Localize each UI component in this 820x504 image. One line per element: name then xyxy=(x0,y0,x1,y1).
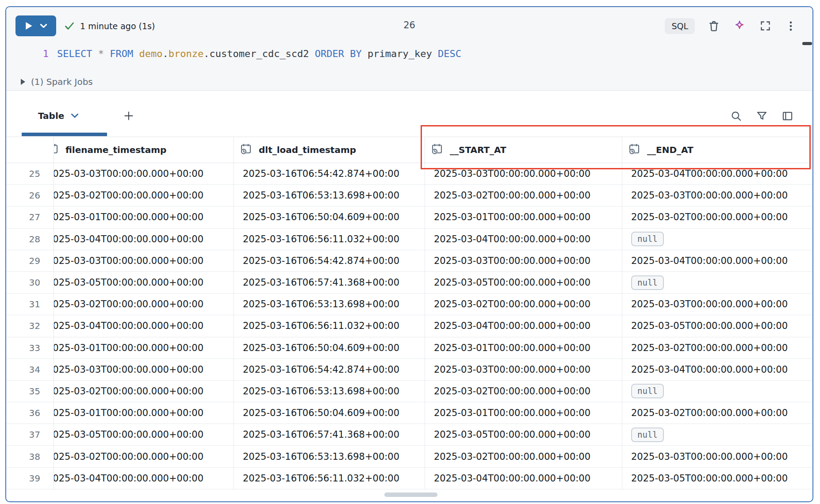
cell-end-at: 2025-03-04T00:00:00.000+00:00 xyxy=(622,163,812,184)
clipped-timestamp-value: 2025-03-04T00:00:00.000+00:00 xyxy=(54,234,203,244)
row-number: 33 xyxy=(6,337,54,359)
sql-token: demo xyxy=(139,48,162,59)
assistant-sparkle-icon[interactable] xyxy=(733,19,746,33)
spark-jobs-toggle[interactable]: (1) Spark Jobs xyxy=(21,73,93,90)
table-row: 352025-03-02T00:00:00.000+00:002025-03-1… xyxy=(6,381,812,402)
collapsed-triangle-icon xyxy=(21,79,25,85)
row-number: 38 xyxy=(6,446,54,467)
table-row: 302025-03-05T00:00:00.000+00:002025-03-1… xyxy=(6,272,812,294)
cell-start-at: 2025-03-04T00:00:00.000+00:00 xyxy=(425,468,622,489)
clipped-timestamp-value: 2025-03-01T00:00:00.000+00:00 xyxy=(54,212,203,222)
cell-end-at: 2025-03-05T00:00:00.000+00:00 xyxy=(622,468,812,489)
cell-filename-timestamp: 2025-03-04T00:00:00.000+00:00 xyxy=(54,229,234,250)
cell-end-at: null xyxy=(622,229,812,250)
cell-filename-timestamp: 2025-03-05T00:00:00.000+00:00 xyxy=(54,272,234,293)
row-number: 30 xyxy=(6,272,54,293)
table-header-row: filename_timestamp dlt_load_timestamp xyxy=(6,137,812,163)
cell-start-at: 2025-03-02T00:00:00.000+00:00 xyxy=(425,185,622,206)
row-number: 25 xyxy=(6,163,54,184)
cell-start-at: 2025-03-05T00:00:00.000+00:00 xyxy=(425,272,622,293)
table-row: 322025-03-04T00:00:00.000+00:002025-03-1… xyxy=(6,315,812,337)
row-number: 29 xyxy=(6,250,54,271)
cell-end-at: 2025-03-04T00:00:00.000+00:00 xyxy=(622,250,812,271)
cell-start-at: 2025-03-02T00:00:00.000+00:00 xyxy=(425,446,622,467)
column-header-label: filename_timestamp xyxy=(65,145,166,155)
filter-icon[interactable] xyxy=(755,109,768,122)
cell-dlt-load-timestamp: 2025-03-16T06:54:42.874+00:00 xyxy=(234,250,425,271)
row-number: 31 xyxy=(6,294,54,315)
kebab-menu-icon[interactable] xyxy=(784,19,797,33)
column-header-start-at[interactable]: __START_AT xyxy=(425,137,622,163)
clipped-timestamp-value: 2025-03-02T00:00:00.000+00:00 xyxy=(54,451,203,462)
column-header-filename-timestamp[interactable]: filename_timestamp xyxy=(54,137,234,163)
trash-icon[interactable] xyxy=(707,19,720,33)
clipped-timestamp-value: 2025-03-05T00:00:00.000+00:00 xyxy=(54,429,203,440)
sql-token xyxy=(133,48,139,59)
row-number: 28 xyxy=(6,229,54,250)
cell-filename-timestamp: 2025-03-01T00:00:00.000+00:00 xyxy=(54,402,234,424)
cell-start-at: 2025-03-04T00:00:00.000+00:00 xyxy=(425,315,622,336)
editor-scrollbar-thumb[interactable] xyxy=(802,42,812,45)
table-body: 252025-03-03T00:00:00.000+00:002025-03-1… xyxy=(6,163,812,489)
sql-token xyxy=(92,48,98,59)
null-badge: null xyxy=(631,384,664,398)
cell-start-at: 2025-03-01T00:00:00.000+00:00 xyxy=(425,337,622,359)
cell-end-at: 2025-03-02T00:00:00.000+00:00 xyxy=(622,402,812,424)
results-grid: filename_timestamp dlt_load_timestamp xyxy=(6,137,812,489)
cell-start-at: 2025-03-03T00:00:00.000+00:00 xyxy=(425,359,622,380)
cell-dlt-load-timestamp: 2025-03-16T06:53:13.698+00:00 xyxy=(234,381,425,402)
null-badge: null xyxy=(631,275,664,290)
row-number: 36 xyxy=(6,402,54,424)
calendar-clock-icon xyxy=(628,142,641,158)
cell-start-at: 2025-03-01T00:00:00.000+00:00 xyxy=(425,206,622,228)
null-badge: null xyxy=(631,232,664,246)
cell-end-at: 2025-03-02T00:00:00.000+00:00 xyxy=(622,337,812,359)
cell-filename-timestamp: 2025-03-03T00:00:00.000+00:00 xyxy=(54,359,234,380)
cell-dlt-load-timestamp: 2025-03-16T06:56:11.032+00:00 xyxy=(234,468,425,489)
fullscreen-icon[interactable] xyxy=(759,19,772,33)
table-row: 272025-03-01T00:00:00.000+00:002025-03-1… xyxy=(6,206,812,228)
cell-filename-timestamp: 2025-03-05T00:00:00.000+00:00 xyxy=(54,424,234,445)
cell-filename-timestamp: 2025-03-01T00:00:00.000+00:00 xyxy=(54,337,234,359)
table-row: 292025-03-03T00:00:00.000+00:002025-03-1… xyxy=(6,250,812,272)
sql-editor-line[interactable]: 1 SELECT * FROM demo.bronze.customer_cdc… xyxy=(6,46,812,61)
add-visualization-button[interactable] xyxy=(123,108,134,124)
language-badge[interactable]: SQL xyxy=(665,18,695,34)
row-number: 27 xyxy=(6,206,54,228)
notebook-cell: 1 minute ago (1s) 26 SQL xyxy=(5,6,813,502)
cell-dlt-load-timestamp: 2025-03-16T06:57:41.368+00:00 xyxy=(234,424,425,445)
calendar-clock-icon xyxy=(430,142,444,158)
cell-dlt-load-timestamp: 2025-03-16T06:54:42.874+00:00 xyxy=(234,163,425,184)
row-number: 26 xyxy=(6,185,54,206)
column-header-end-at[interactable]: __END_AT xyxy=(622,137,812,163)
cell-dlt-load-timestamp: 2025-03-16T06:50:04.609+00:00 xyxy=(234,337,425,359)
result-actions xyxy=(729,108,794,124)
cell-filename-timestamp: 2025-03-04T00:00:00.000+00:00 xyxy=(54,468,234,489)
clipped-timestamp-value: 2025-03-02T00:00:00.000+00:00 xyxy=(54,386,203,397)
cell-start-at: 2025-03-01T00:00:00.000+00:00 xyxy=(425,402,622,424)
spark-jobs-label: (1) Spark Jobs xyxy=(31,76,93,87)
cell-end-at: 2025-03-03T00:00:00.000+00:00 xyxy=(622,294,812,315)
search-icon[interactable] xyxy=(729,109,743,122)
column-header-dlt-load-timestamp[interactable]: dlt_load_timestamp xyxy=(234,137,425,163)
cell-start-at: 2025-03-03T00:00:00.000+00:00 xyxy=(425,163,622,184)
sql-token: ORDER xyxy=(315,48,344,59)
cell-end-at: 2025-03-02T00:00:00.000+00:00 xyxy=(622,206,812,228)
row-number-header xyxy=(6,137,54,163)
sql-token: FROM xyxy=(110,48,133,59)
cell-start-at: 2025-03-02T00:00:00.000+00:00 xyxy=(425,381,622,402)
sql-token: . xyxy=(203,48,209,59)
cell-filename-timestamp: 2025-03-04T00:00:00.000+00:00 xyxy=(54,315,234,336)
table-row: 332025-03-01T00:00:00.000+00:002025-03-1… xyxy=(6,337,812,359)
columns-panel-icon[interactable] xyxy=(781,109,794,122)
cell-end-at: null xyxy=(622,381,812,402)
cell-filename-timestamp: 2025-03-03T00:00:00.000+00:00 xyxy=(54,163,234,184)
cell-dlt-load-timestamp: 2025-03-16T06:54:42.874+00:00 xyxy=(234,359,425,380)
horizontal-scrollbar-thumb[interactable] xyxy=(384,493,437,497)
cell-dlt-load-timestamp: 2025-03-16T06:53:13.698+00:00 xyxy=(234,185,425,206)
tab-table[interactable]: Table xyxy=(38,108,78,124)
sql-token xyxy=(104,48,110,59)
sql-token: bronze xyxy=(169,48,203,59)
table-row: 342025-03-03T00:00:00.000+00:002025-03-1… xyxy=(6,359,812,381)
calendar-clock-icon xyxy=(239,142,253,158)
